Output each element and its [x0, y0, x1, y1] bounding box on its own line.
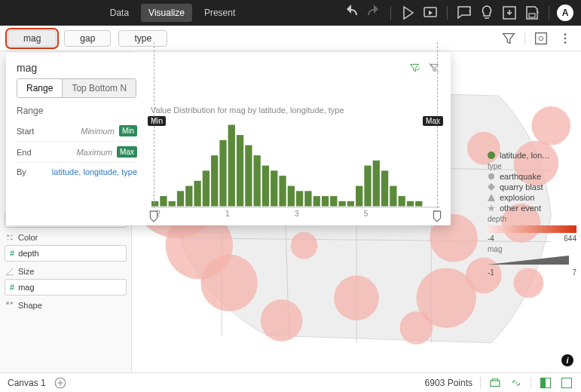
svg-point-31: [531, 106, 570, 145]
popover-title: mag: [17, 62, 37, 74]
legend-depth-max: 644: [564, 234, 576, 243]
preview-icon[interactable]: [421, 4, 439, 22]
svg-rect-45: [203, 170, 209, 206]
svg-rect-44: [194, 181, 200, 207]
svg-rect-2: [529, 14, 535, 17]
comment-icon[interactable]: [455, 4, 473, 22]
lightbulb-icon[interactable]: [478, 4, 496, 22]
size-well-mag[interactable]: # mag: [5, 279, 127, 296]
svg-rect-61: [338, 201, 345, 207]
save-icon[interactable]: [523, 4, 541, 22]
svg-marker-38: [488, 256, 569, 265]
undo-icon[interactable]: [342, 4, 360, 22]
layout-full-icon[interactable]: [560, 376, 573, 390]
legend-mag-wedge: [488, 255, 576, 265]
nav-tab-visualize[interactable]: Visualize: [141, 4, 192, 22]
svg-point-11: [8, 238, 9, 240]
svg-point-12: [11, 238, 12, 240]
range-by-link[interactable]: latitude, longitude, type: [52, 167, 137, 176]
filter-chip-gap[interactable]: gap: [64, 30, 111, 47]
color-well-field: depth: [18, 249, 39, 258]
range-start-label: Start: [17, 127, 34, 136]
play-icon[interactable]: [399, 4, 417, 22]
legend-type-1: quarry blast: [500, 182, 543, 191]
redo-icon[interactable]: [365, 4, 383, 22]
legend-type-title: type: [488, 162, 576, 170]
chart-max-tag: Max: [423, 116, 443, 126]
svg-rect-47: [219, 140, 226, 207]
svg-rect-51: [254, 155, 261, 207]
size-well-field: mag: [18, 283, 34, 292]
svg-rect-64: [364, 166, 371, 207]
nav-tab-data[interactable]: Data: [102, 4, 136, 22]
svg-rect-13: [6, 302, 9, 305]
range-slider-handle-min[interactable]: [149, 210, 158, 222]
chart-min-tag: Min: [148, 116, 166, 126]
filter-chip-type[interactable]: type: [118, 30, 167, 47]
nav-tab-present[interactable]: Present: [197, 4, 243, 22]
avatar[interactable]: A: [557, 5, 573, 21]
overflow-menu-icon[interactable]: [557, 30, 573, 47]
legend-series-label: latitude, lon…: [500, 151, 550, 160]
svg-point-20: [200, 255, 257, 311]
range-by-label: By: [17, 167, 26, 176]
color-well-depth[interactable]: # depth: [5, 245, 127, 262]
svg-rect-66: [381, 170, 388, 206]
legend: latitude, lon… type earthquake quarry bl…: [488, 149, 576, 277]
export-icon[interactable]: [500, 4, 518, 22]
range-section-title: Range: [17, 106, 137, 116]
svg-rect-55: [288, 186, 295, 207]
svg-point-28: [334, 275, 379, 320]
autovis-icon[interactable]: [488, 376, 502, 390]
shape-section-label: Shape: [18, 301, 42, 310]
svg-rect-57: [304, 191, 311, 206]
filter-funnel-icon[interactable]: [500, 30, 517, 47]
info-icon[interactable]: i: [561, 354, 573, 366]
legend-mag-max: 7: [572, 268, 576, 277]
canvas-name[interactable]: Canvas 1: [8, 378, 46, 388]
svg-rect-39: [151, 201, 158, 207]
color-section-label: Color: [18, 233, 38, 242]
legend-depth-gradient: [488, 225, 576, 233]
range-start-placeholder[interactable]: Minimum: [81, 127, 115, 136]
svg-rect-67: [390, 186, 396, 207]
svg-rect-52: [262, 166, 269, 207]
svg-rect-62: [347, 201, 354, 207]
svg-point-21: [261, 299, 303, 341]
segment-topn[interactable]: Top Bottom N: [62, 79, 136, 97]
svg-rect-75: [491, 381, 500, 387]
segment-range[interactable]: Range: [17, 79, 62, 97]
range-slider-handle-max[interactable]: [433, 210, 442, 222]
distribution-chart[interactable]: Min Max: [151, 118, 440, 208]
range-end-placeholder[interactable]: Maximum: [76, 148, 112, 157]
range-end-badge[interactable]: Max: [117, 146, 137, 158]
status-bar: Canvas 1 6903 Points: [0, 372, 581, 392]
data-panel-icon[interactable]: [533, 30, 549, 47]
layout-half-icon[interactable]: [539, 376, 552, 390]
legend-depth-min: -4: [488, 234, 494, 243]
range-topn-segment: Range Top Bottom N: [17, 78, 136, 98]
svg-rect-40: [160, 196, 167, 207]
svg-rect-65: [373, 161, 380, 207]
svg-rect-70: [415, 201, 422, 207]
svg-rect-41: [169, 201, 176, 207]
clear-filter-icon[interactable]: [428, 62, 440, 74]
svg-point-10: [11, 235, 12, 237]
svg-rect-56: [296, 191, 303, 206]
keep-filter-icon[interactable]: [408, 62, 420, 74]
svg-point-9: [8, 235, 9, 237]
range-start-badge[interactable]: Min: [119, 125, 137, 136]
filter-chip-mag[interactable]: mag: [8, 30, 57, 47]
add-canvas-icon[interactable]: [54, 376, 67, 390]
point-count: 6903 Points: [425, 378, 472, 388]
svg-rect-3: [536, 32, 547, 44]
svg-rect-46: [211, 155, 218, 207]
brush-link-icon[interactable]: [509, 376, 523, 390]
svg-rect-43: [185, 186, 192, 207]
main-toolbar: Data Visualize Present A: [0, 0, 581, 26]
svg-rect-54: [279, 176, 286, 207]
legend-type-3: other event: [500, 204, 541, 213]
legend-mag-title: mag: [488, 245, 576, 253]
svg-point-35: [400, 311, 433, 345]
svg-point-14: [11, 302, 13, 305]
